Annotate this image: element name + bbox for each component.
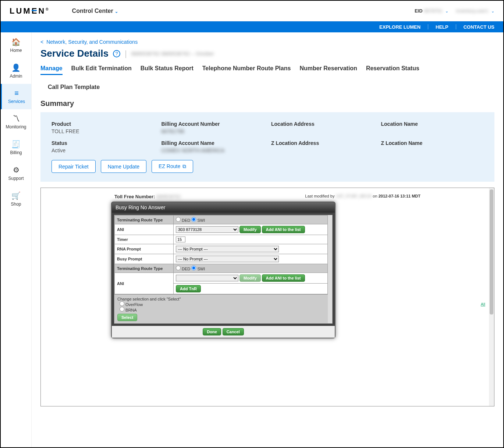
chart-icon: 〽 <box>13 114 20 123</box>
swi-radio-2[interactable]: SWI <box>191 267 205 271</box>
top-nav-bar: EXPLORE LUMEN HELP CONTACT US <box>1 21 503 32</box>
overflow-radio[interactable]: OverFlow <box>120 301 329 307</box>
busy-prompt-select[interactable]: --- No Prompt --- <box>176 256 279 262</box>
last-modified: Last modified by LMT_PCMF_MKUN on 2012-0… <box>305 194 420 199</box>
summary-box: Product TOLL FREE Billing Account Number… <box>40 112 494 182</box>
busy-ring-modal: Busy Ring No Answer Terminating Route Ty… <box>111 202 336 338</box>
all-link[interactable]: All <box>481 302 485 306</box>
ded-radio-2[interactable]: DED <box>176 267 190 271</box>
sidebar-item-admin[interactable]: 👤Admin <box>1 58 31 84</box>
tab-bulk-edit[interactable]: Bulk Edit Termination <box>71 65 132 75</box>
external-link-icon: ⧉ <box>182 163 186 169</box>
location-label: Location Address <box>271 121 374 127</box>
product-label: Product <box>52 121 154 127</box>
tab-route-plans[interactable]: Telephone Number Route Plans <box>202 65 291 75</box>
baname-value: COMEX NORTH AMERICA <box>162 147 264 153</box>
sidebar-item-support[interactable]: ⚙Support <box>1 160 31 186</box>
done-button[interactable]: Done <box>203 328 221 335</box>
list-icon: ≡ <box>14 89 19 97</box>
sidebar: 🏠Home 👤Admin ≡Services 〽Monitoring 🧾Bill… <box>1 32 32 447</box>
sidebar-item-services[interactable]: ≡Services <box>1 84 31 109</box>
explore-link[interactable]: EXPLORE LUMEN <box>379 24 420 30</box>
help-link[interactable]: HELP <box>436 24 448 30</box>
swi-radio-1[interactable]: SWI <box>191 218 205 223</box>
title-meta: 8889538762 8889538762 – October <box>131 51 214 57</box>
chevron-down-icon: ⌄ <box>445 9 448 13</box>
modify-button-2[interactable]: Modify <box>239 274 260 282</box>
modal-title: Busy Ring No Answer <box>112 202 335 213</box>
trt-label-2: Terminating Route Type <box>115 264 174 273</box>
timer-label: Timer <box>115 235 174 244</box>
ani-label-1: ANI <box>115 224 174 235</box>
summary-heading: Summary <box>40 99 494 108</box>
invoice-icon: 🧾 <box>11 140 21 149</box>
user-icon: 👤 <box>11 63 21 72</box>
ez-route-button[interactable]: EZ Route⧉ <box>152 160 193 173</box>
sidebar-item-monitoring[interactable]: 〽Monitoring <box>1 109 31 135</box>
location-name-label: Location Name <box>381 121 484 127</box>
sidebar-item-shop[interactable]: 🛒Shop <box>1 186 31 212</box>
tab-number-reservation[interactable]: Number Reservation <box>299 65 357 75</box>
logo: LUMEN® <box>10 6 50 16</box>
baname-label: Billing Account Name <box>162 140 264 146</box>
page-title: Service Details <box>40 48 109 59</box>
eid-dropdown[interactable]: EID 8878701 ⌄ <box>415 8 449 14</box>
modify-button-1[interactable]: Modify <box>239 226 260 233</box>
add-ani-button-1[interactable]: Add ANI to the list <box>262 226 305 233</box>
ban-label: Billing Account Number <box>162 121 264 127</box>
cancel-button[interactable]: Cancel <box>223 328 244 335</box>
ani-select-2[interactable] <box>176 275 238 281</box>
user-dropdown[interactable]: inventory.user1 ⌄ <box>456 8 494 14</box>
ani-label-2: ANI <box>115 273 174 294</box>
change-selection-area: Change selection and click "Select" Over… <box>114 294 332 323</box>
brna-radio[interactable]: BRNA <box>120 307 329 312</box>
ded-radio-1[interactable]: DED <box>176 218 190 223</box>
sidebar-item-billing[interactable]: 🧾Billing <box>1 135 31 160</box>
rna-prompt-label: RNA Prompt <box>115 244 174 254</box>
add-tnr-button[interactable]: Add TnR <box>176 285 201 292</box>
add-ani-button-2[interactable]: Add ANI to the list <box>262 274 305 282</box>
sidebar-item-home[interactable]: 🏠Home <box>1 32 31 58</box>
tab-call-plan-template[interactable]: Call Plan Template <box>48 84 494 93</box>
select-button[interactable]: Select <box>117 314 137 321</box>
name-update-button[interactable]: Name Update <box>101 160 146 173</box>
repair-ticket-button[interactable]: Repair Ticket <box>52 160 96 173</box>
ani-select-1[interactable]: 303 8773128 <box>176 226 238 233</box>
scrollbar[interactable] <box>489 188 494 406</box>
tab-bulk-status[interactable]: Bulk Status Report <box>141 65 194 75</box>
contact-link[interactable]: CONTACT US <box>464 24 494 30</box>
gear-icon: ⚙ <box>13 166 19 174</box>
breadcrumb[interactable]: <Network, Security, and Communications <box>40 39 494 45</box>
timer-input[interactable] <box>176 237 185 242</box>
tabs: Manage Bulk Edit Termination Bulk Status… <box>40 65 494 93</box>
trt-label-1: Terminating Route Type <box>115 216 174 224</box>
chevron-down-icon: ⌄ <box>115 9 118 14</box>
product-value: TOLL FREE <box>52 128 154 134</box>
zlocation-label: Z Location Address <box>271 140 374 146</box>
tfn-value: 8889538762 <box>156 194 181 199</box>
control-center-dropdown[interactable]: Control Center⌄ <box>72 8 118 14</box>
back-icon: < <box>40 39 43 45</box>
modal-scrollbar[interactable] <box>328 215 332 323</box>
cart-icon: 🛒 <box>11 191 21 200</box>
tab-reservation-status[interactable]: Reservation Status <box>366 65 419 75</box>
zlocation-name-label: Z Location Name <box>381 140 484 146</box>
chevron-down-icon: ⌄ <box>491 9 494 13</box>
home-icon: 🏠 <box>11 38 21 46</box>
ban-value: 84781796 <box>162 128 264 134</box>
tfn-label: Toll Free Number: <box>114 194 155 199</box>
header: LUMEN® Control Center⌄ EID 8878701 ⌄ inv… <box>1 1 503 21</box>
status-value: Active <box>52 147 154 153</box>
busy-prompt-label: Busy Prompt <box>115 254 174 264</box>
status-label: Status <box>52 140 154 146</box>
rna-prompt-select[interactable]: --- No Prompt --- <box>176 246 279 252</box>
tab-manage[interactable]: Manage <box>40 65 63 75</box>
help-icon[interactable]: ? <box>113 50 120 57</box>
